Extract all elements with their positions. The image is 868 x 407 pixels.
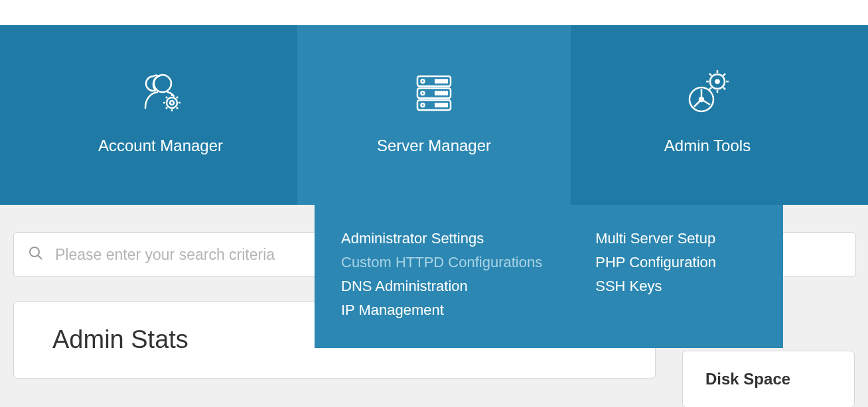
svg-point-31 [435, 93, 437, 95]
svg-line-9 [177, 97, 178, 98]
svg-point-20 [446, 80, 447, 81]
svg-point-28 [441, 91, 442, 93]
svg-point-14 [421, 91, 425, 95]
svg-point-44 [443, 105, 445, 107]
svg-point-41 [435, 105, 437, 107]
svg-point-35 [446, 93, 447, 95]
nav-item-account-manager[interactable]: Account Manager [24, 66, 297, 155]
svg-line-59 [694, 99, 701, 107]
svg-line-7 [177, 107, 178, 109]
svg-point-0 [167, 97, 177, 108]
svg-point-33 [441, 93, 442, 95]
svg-point-39 [443, 103, 445, 105]
svg-point-22 [438, 82, 439, 83]
dropdown-item-administrator-settings[interactable]: Administrator Settings [341, 230, 542, 247]
svg-point-40 [446, 103, 447, 105]
svg-point-29 [443, 91, 445, 93]
svg-point-15 [421, 103, 425, 107]
dropdown-item-dns-administration[interactable]: DNS Administration [341, 278, 542, 295]
svg-point-38 [441, 103, 442, 105]
dropdown-item-custom-httpd-configurations[interactable]: Custom HTTPD Configurations [341, 254, 542, 271]
svg-point-26 [435, 91, 437, 93]
svg-point-43 [441, 105, 442, 107]
nav-item-server-manager[interactable]: Server Manager [297, 25, 571, 205]
dropdown-item-ssh-keys[interactable]: SSH Keys [595, 278, 716, 295]
svg-point-45 [446, 105, 447, 107]
svg-point-18 [441, 80, 442, 81]
svg-line-53 [723, 87, 725, 89]
svg-point-25 [446, 82, 447, 83]
svg-point-34 [443, 93, 445, 95]
svg-point-17 [438, 80, 439, 81]
server-stack-icon [297, 66, 571, 120]
svg-point-23 [441, 82, 442, 83]
dropdown-item-multi-server-setup[interactable]: Multi Server Setup [595, 230, 716, 247]
nav-item-admin-tools[interactable]: Admin Tools [571, 66, 844, 155]
svg-line-6 [166, 97, 167, 98]
svg-point-24 [443, 82, 445, 83]
svg-line-52 [709, 74, 711, 76]
svg-point-27 [438, 91, 439, 93]
svg-point-30 [446, 91, 447, 93]
svg-point-42 [438, 105, 439, 107]
svg-line-62 [38, 255, 42, 259]
svg-line-60 [701, 99, 710, 105]
svg-point-32 [438, 93, 439, 95]
svg-point-61 [30, 247, 39, 257]
users-gear-icon [24, 66, 297, 120]
svg-point-36 [435, 103, 437, 105]
svg-point-47 [716, 80, 719, 84]
svg-point-13 [421, 80, 425, 83]
search-icon [29, 246, 43, 263]
svg-point-21 [435, 82, 437, 83]
svg-line-8 [166, 107, 167, 109]
server-manager-dropdown: Administrator Settings Custom HTTPD Conf… [315, 205, 783, 348]
svg-point-16 [435, 80, 437, 81]
dropdown-item-php-configuration[interactable]: PHP Configuration [595, 254, 716, 271]
dropdown-item-ip-management[interactable]: IP Management [341, 302, 542, 319]
nav-banner: Account Manager Ser [0, 25, 868, 205]
nav-label: Server Manager [297, 137, 571, 155]
svg-point-1 [170, 101, 174, 105]
svg-point-19 [443, 80, 445, 81]
gears-icon [571, 66, 844, 120]
nav-label: Account Manager [24, 137, 297, 155]
svg-line-55 [723, 74, 725, 76]
svg-point-37 [438, 103, 439, 105]
nav-label: Admin Tools [571, 137, 844, 155]
svg-line-54 [709, 87, 711, 89]
